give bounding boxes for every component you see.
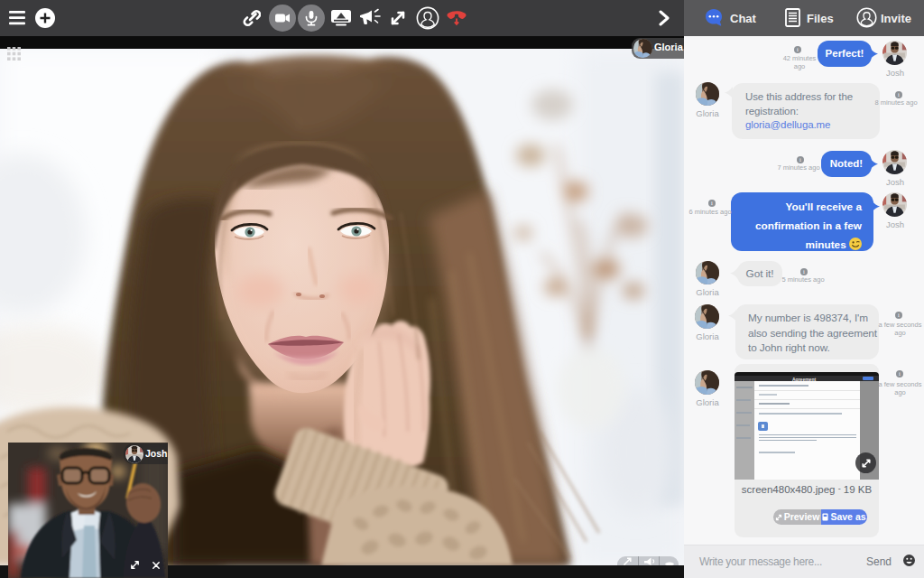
svg-text:i: i	[797, 46, 799, 52]
svg-text:i: i	[799, 156, 801, 163]
svg-text:i: i	[898, 91, 900, 98]
svg-text:i: i	[803, 268, 805, 275]
svg-text:i: i	[898, 312, 900, 318]
svg-text:i: i	[711, 200, 713, 206]
svg-text:i: i	[899, 370, 901, 377]
